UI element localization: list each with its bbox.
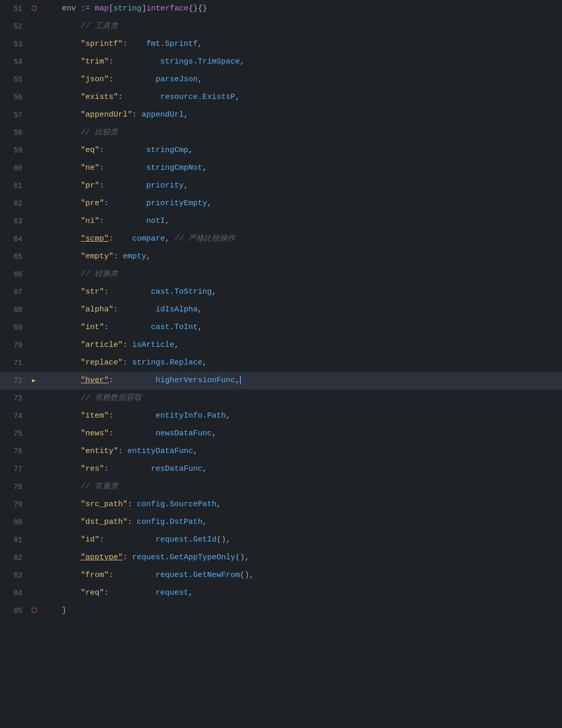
- token-punct: [76, 4, 81, 13]
- token-punct: ,: [174, 341, 179, 349]
- token-punct: ,: [188, 146, 193, 155]
- code-content: "scmp": compare, // 严格比较操作: [39, 230, 562, 248]
- line-number: 66: [0, 266, 29, 283]
- token-punct: [113, 57, 160, 66]
- token-punct: ,: [202, 518, 207, 526]
- token-punct: [132, 518, 137, 526]
- token-fn: appendUrl: [142, 110, 184, 119]
- line-number: 55: [0, 71, 29, 89]
- code-content: // 比较类: [39, 124, 562, 142]
- token-punct: :: [99, 164, 104, 172]
- line-number: 79: [0, 496, 29, 513]
- line-number: 72: [0, 372, 29, 390]
- code-line: 83 "from": request.GetNewFrom(),: [0, 567, 562, 584]
- code-content: "sprintf": fmt.Sprintf,: [39, 35, 562, 53]
- token-punct: :: [104, 287, 109, 296]
- token-punct: (),: [216, 535, 231, 544]
- token-kw: interface: [146, 4, 188, 13]
- line-number: 56: [0, 89, 29, 106]
- token-punct: ,: [212, 429, 216, 438]
- code-content: "appendUrl": appendUrl,: [39, 106, 562, 124]
- token-punct: :: [109, 376, 113, 385]
- line-number: 61: [0, 177, 29, 195]
- code-line: 54 "trim": strings.TrimSpace,: [0, 53, 562, 71]
- code-content: "entity": entityDataFunc,: [39, 443, 562, 460]
- code-content: "ni": notI,: [39, 212, 562, 230]
- token-fn: parseJson: [156, 75, 198, 84]
- token-str: "ne": [81, 164, 99, 172]
- line-number: 76: [0, 443, 29, 460]
- line-number: 75: [0, 425, 29, 443]
- token-punct: [113, 571, 156, 580]
- code-content: "alpha": idIsAlpha,: [39, 301, 562, 319]
- token-type: string: [113, 4, 142, 13]
- token-punct: ,: [226, 411, 231, 420]
- token-fn: isArticle: [132, 341, 174, 349]
- token-fn: priority: [146, 181, 184, 190]
- token-punct: [132, 500, 137, 509]
- code-editor: 51⬡ env := map[string]interface{}{}52 //…: [0, 0, 562, 728]
- code-line: 59 "eq": stringCmp,: [0, 142, 562, 159]
- token-str: "eq": [81, 146, 99, 155]
- token-punct: :: [104, 323, 109, 332]
- token-punct: :: [123, 341, 127, 349]
- token-fn: priorityEmpty: [146, 199, 207, 208]
- token-str: "pr": [81, 181, 99, 190]
- token-punct: [118, 305, 156, 314]
- line-number: 57: [0, 106, 29, 124]
- token-str: "item": [81, 411, 109, 420]
- token-punct: [118, 252, 123, 261]
- token-punct: [109, 199, 146, 208]
- token-punct: ,: [235, 93, 240, 102]
- token-str: "dst_path": [81, 518, 127, 526]
- code-line: 67 "str": cast.ToString,: [0, 283, 562, 301]
- code-content: "json": parseJson,: [39, 71, 562, 89]
- token-fn: higherVersionFunc: [156, 376, 235, 385]
- token-punct: [127, 553, 132, 562]
- token-fn: fmt: [146, 40, 160, 48]
- token-fn: newsDataFunc: [156, 429, 212, 438]
- token-str: "replace": [81, 358, 123, 367]
- token-fn: strings: [160, 57, 193, 66]
- token-punct: [123, 447, 127, 456]
- token-str: "ni": [81, 217, 99, 225]
- token-fn: resDataFunc: [151, 465, 202, 473]
- token-punct: [109, 287, 151, 296]
- gutter-icon: ⬡: [29, 0, 39, 18]
- code-line: 71 "replace": strings.Replace,: [0, 354, 562, 372]
- token-fn: request: [132, 553, 165, 562]
- token-punct: :: [104, 588, 109, 597]
- token-punct: :: [109, 411, 113, 420]
- line-number: 73: [0, 390, 29, 407]
- token-punct: :: [123, 40, 127, 48]
- code-content: // 工具类: [39, 18, 562, 35]
- token-fn: Sprintf: [165, 40, 198, 48]
- token-punct: ,: [207, 199, 212, 208]
- line-number: 77: [0, 460, 29, 478]
- token-punct: [113, 411, 156, 420]
- token-fn: entityInfo: [156, 411, 202, 420]
- token-str: "hver": [81, 376, 109, 385]
- token-str: "sprintf": [81, 40, 123, 48]
- token-punct: :: [109, 75, 113, 84]
- code-content: "id": request.GetId(),: [39, 531, 562, 549]
- token-punct: :: [104, 199, 109, 208]
- line-number: 62: [0, 195, 29, 212]
- token-str: "empty": [81, 252, 113, 261]
- line-number: 51: [0, 0, 29, 18]
- line-number: 74: [0, 407, 29, 425]
- code-line: 84 "req": request,: [0, 584, 562, 602]
- token-punct: [137, 110, 142, 119]
- line-number: 54: [0, 53, 29, 71]
- token-fn: cast: [151, 287, 170, 296]
- token-punct: [123, 93, 160, 102]
- code-content: "dst_path": config.DstPath,: [39, 513, 562, 531]
- text-cursor: [240, 376, 241, 384]
- token-fn: DstPath: [170, 518, 202, 526]
- token-fn: request: [156, 535, 188, 544]
- token-punct: ,: [146, 252, 151, 261]
- code-line: 79 "src_path": config.SourcePath,: [0, 496, 562, 513]
- token-fn: cast: [151, 323, 170, 332]
- token-punct: .: [202, 411, 207, 420]
- line-number: 67: [0, 283, 29, 301]
